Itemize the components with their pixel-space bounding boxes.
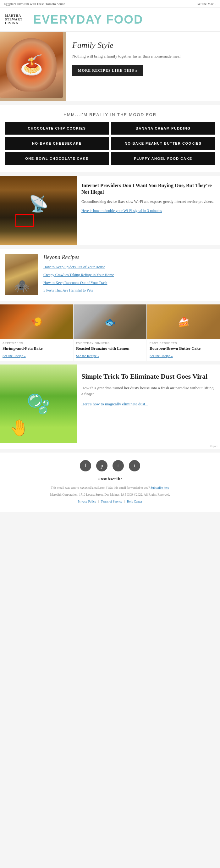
spider-image: 🕷️ [5, 254, 38, 295]
ad-link-1[interactable]: Here is how to double your Wi-Fi signal … [82, 208, 216, 214]
recipe-link-1[interactable]: See the Recipe » [76, 354, 99, 358]
mood-btn-2[interactable]: NO-BAKE CHEESECAKE [5, 137, 109, 150]
dust-image: 🫧 [0, 365, 77, 443]
ad-section-1: Internet Providers Don't Want You Buying… [0, 176, 220, 245]
beyond-content: Beyond Recipes How to Keep Spiders Out o… [40, 254, 215, 296]
ad-title-1: Internet Providers Don't Want You Buying… [82, 182, 216, 196]
pinterest-icon[interactable]: p [96, 460, 107, 471]
dust-link[interactable]: Here's how to magically eliminate dust..… [82, 402, 216, 407]
top-bar: Eggplant Involtini with Fresh Tomato Sau… [0, 0, 220, 8]
recipe-name-2: Bourbon-Brown Butter Cake [150, 346, 218, 351]
beyond-link-3[interactable]: 5 Pests That Are Harmful to Pets [43, 288, 215, 293]
social-icons: f p t i [7, 460, 213, 471]
recipe-category-2: EASY DESSERTS [150, 342, 218, 345]
mood-btn-3[interactable]: NO-BAKE PEANUT BUTTER COOKIES [111, 137, 215, 150]
ad-image-1 [0, 176, 77, 245]
top-bar-right[interactable]: Get the Mac... [196, 2, 216, 6]
recipe-category-1: EVERYDAY DINNERS [76, 342, 144, 345]
subscribe-here-link[interactable]: Subscribe here [151, 486, 169, 489]
recipe-link-2[interactable]: See the Recipe » [150, 354, 173, 358]
recipe-category-0: APPETIZERS [2, 342, 70, 345]
branzino-image: 🐟 [73, 304, 147, 339]
recipe-card-1: 🐟 EVERYDAY DINNERS Roasted Branzino with… [73, 304, 147, 361]
instagram-icon[interactable]: i [129, 460, 140, 471]
footer-text-2: Meredith Corporation, 1716 Locust Street… [7, 492, 213, 497]
recipe-body-0: APPETIZERS Shrimp-and-Feta Bake See the … [0, 339, 73, 361]
beyond-link-1[interactable]: Creepy Crawlies Taking Refuge in Your Ho… [43, 272, 215, 278]
red-highlight-box [15, 214, 34, 227]
ad-text-1: Groundbreaking device fixes slow Wi-Fi a… [82, 199, 216, 205]
recipe-cards: 🍤 APPETIZERS Shrimp-and-Feta Bake See th… [0, 304, 220, 361]
footer-line1: This email was sent to xxxxxx@gmail.com … [51, 486, 150, 489]
header: MARTHA STEWART LIVING EVERYDAY FOOD [0, 8, 220, 32]
terms-link[interactable]: Terms of Service [101, 500, 122, 503]
hero-text: Nothing will bring a family together fas… [72, 53, 214, 59]
recipe-body-2: EASY DESSERTS Bourbon-Brown Butter Cake … [147, 339, 220, 361]
unsubscribe-label[interactable]: Unsubscribe [7, 476, 213, 482]
dust-text: How this grandma turned her dusty house … [82, 385, 216, 397]
brand-line3: LIVING [5, 21, 23, 25]
recipe-body-1: EVERYDAY DINNERS Roasted Branzino with L… [73, 339, 147, 361]
footer-line2: Meredith Corporation, 1716 Locust Street… [50, 493, 170, 496]
mood-btn-4[interactable]: ONE-BOWL CHOCOLATE CAKE [5, 152, 109, 165]
hero-image [0, 32, 66, 101]
dust-report[interactable]: Report [0, 443, 220, 449]
brand-line2: STEWART [5, 18, 23, 21]
recipe-card-2: 🍰 EASY DESSERTS Bourbon-Brown Butter Cak… [147, 304, 220, 361]
brand-line1: MARTHA [5, 14, 23, 18]
mood-grid: CHOCOLATE CHIP COOKIES BANANA CREAM PUDD… [5, 122, 215, 165]
mood-btn-0[interactable]: CHOCOLATE CHIP COOKIES [5, 122, 109, 134]
hero-food-image [0, 32, 63, 98]
recipe-link-0[interactable]: See the Recipe » [2, 354, 26, 358]
recipe-name-0: Shrimp-and-Feta Bake [2, 346, 70, 351]
footer-text-1: This email was sent to xxxxxx@gmail.com … [7, 485, 213, 490]
hero-section: Family Style Nothing will bring a family… [0, 32, 220, 101]
recipe-image-1: 🐟 [73, 304, 147, 339]
dust-content: Simple Trick To Eliminate Dust Goes Vira… [77, 365, 220, 443]
dust-section: 🫧 Simple Trick To Eliminate Dust Goes Vi… [0, 365, 220, 443]
header-title: EVERYDAY FOOD [33, 13, 143, 26]
privacy-policy-link[interactable]: Privacy Policy [77, 500, 96, 503]
recipe-image-0: 🍤 [0, 304, 73, 339]
beyond-section: 🕷️ Beyond Recipes How to Keep Spiders Ou… [0, 249, 220, 301]
hero-content: Family Style Nothing will bring a family… [66, 32, 220, 101]
brand: MARTHA STEWART LIVING [5, 14, 23, 25]
beyond-link-0[interactable]: How to Keep Spiders Out of Your House [43, 265, 215, 270]
router-image [0, 176, 77, 245]
help-link[interactable]: Help Center [127, 500, 143, 503]
recipe-name-1: Roasted Branzino with Lemon [76, 346, 144, 351]
divider-2: | [124, 500, 125, 503]
social-section: f p t i Unsubscribe This email was sent … [0, 453, 220, 512]
shrimp-image: 🍤 [0, 304, 73, 339]
beyond-title: Beyond Recipes [43, 254, 215, 261]
divider-1: | [98, 500, 99, 503]
recipe-card-0: 🍤 APPETIZERS Shrimp-and-Feta Bake See th… [0, 304, 73, 361]
mood-btn-5[interactable]: FLUFFY ANGEL FOOD CAKE [111, 152, 215, 165]
more-recipes-button[interactable]: MORE RECIPES LIKE THIS » [72, 65, 143, 76]
ad-content-1: Internet Providers Don't Want You Buying… [77, 176, 220, 245]
dust-title: Simple Trick To Eliminate Dust Goes Vira… [82, 372, 216, 381]
cake-image: 🍰 [147, 304, 220, 339]
header-divider [28, 12, 28, 27]
top-bar-left[interactable]: Eggplant Involtini with Fresh Tomato Sau… [4, 2, 65, 6]
mood-title: HMM...I'M REALLY IN THE MOOD FOR [5, 112, 215, 117]
beyond-link-2[interactable]: How to Keep Raccoons Out of Your Trash [43, 280, 215, 285]
beyond-image: 🕷️ [5, 254, 40, 296]
hero-title: Family Style [72, 40, 214, 50]
recipe-image-2: 🍰 [147, 304, 220, 339]
mood-section: HMM...I'M REALLY IN THE MOOD FOR CHOCOLA… [0, 105, 220, 172]
footer-links: Privacy Policy | Terms of Service | Help… [7, 499, 213, 504]
twitter-icon[interactable]: t [113, 460, 124, 471]
mood-btn-1[interactable]: BANANA CREAM PUDDING [111, 122, 215, 134]
facebook-icon[interactable]: f [80, 460, 91, 471]
dust-image-inner: 🫧 [0, 365, 77, 443]
